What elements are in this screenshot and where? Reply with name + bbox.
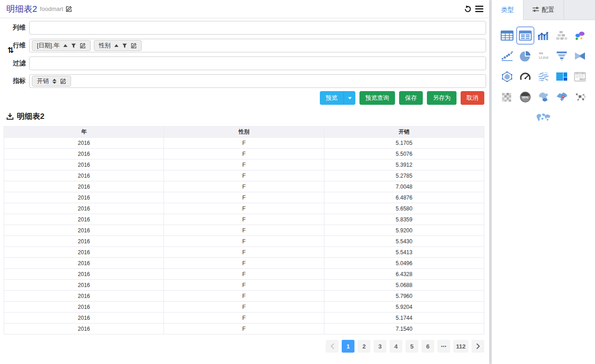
chart-type-word-cloud-icon[interactable] <box>535 68 552 85</box>
chip-label: 开销 <box>37 77 49 85</box>
column-header: 年 <box>4 127 164 138</box>
chart-type-funnel-icon[interactable] <box>554 48 570 64</box>
edit-icon[interactable] <box>60 78 66 84</box>
column-dimensions-dropzone[interactable] <box>29 21 486 35</box>
page-title: 明细表2 <box>6 3 37 15</box>
pagination-page-5[interactable]: 5 <box>405 340 418 353</box>
pagination-prev-button[interactable] <box>326 340 339 353</box>
tab-type[interactable]: 类型 <box>492 0 523 20</box>
table-cell: F <box>164 149 324 159</box>
pagination-ellipsis[interactable]: ⋯ <box>437 340 450 353</box>
preview-dropdown-button[interactable] <box>344 91 355 105</box>
menu-icon[interactable] <box>475 5 483 12</box>
table-cell: 5.3912 <box>324 159 484 170</box>
table-cell: 2016 <box>4 149 164 159</box>
chart-type-world-map-icon[interactable] <box>535 109 552 126</box>
chart-type-kpi-card-icon[interactable]: 12,816 <box>535 48 552 64</box>
chart-type-sankey-icon[interactable] <box>572 48 588 64</box>
pagination-page-112[interactable]: 112 <box>453 340 468 353</box>
chart-type-radar-icon[interactable] <box>499 68 515 85</box>
pagination-next-button[interactable] <box>472 340 484 353</box>
table-row: 2016F5.1744 <box>4 313 484 323</box>
chart-type-stacked-bar-icon[interactable] <box>554 27 570 44</box>
chart-type-china-map-icon[interactable] <box>554 89 570 105</box>
measures-row: 指标 开销 <box>0 74 486 88</box>
cancel-button[interactable]: 取消 <box>461 91 484 105</box>
table-cell: F <box>164 159 324 170</box>
table-cell: F <box>164 313 324 323</box>
edit-icon[interactable] <box>80 43 86 49</box>
measures-label: 指标 <box>0 77 29 85</box>
sort-asc-icon[interactable] <box>63 44 67 47</box>
result-title: 明细表2 <box>6 111 489 122</box>
tab-config[interactable]: 配置 <box>523 0 564 20</box>
save-as-button[interactable]: 另存为 <box>427 91 457 105</box>
sort-both-icon[interactable] <box>52 79 56 84</box>
table-cell: 5.9200 <box>324 225 484 236</box>
row-dimensions-label: 行维 <box>0 41 29 50</box>
chart-type-detail-table-icon[interactable] <box>517 27 533 44</box>
chart-type-heatmap-icon[interactable] <box>499 89 515 105</box>
table-cell: 5.8359 <box>324 214 484 225</box>
chart-type-table-icon[interactable] <box>499 27 515 44</box>
chart-type-relation-graph-icon[interactable] <box>572 89 588 105</box>
chart-type-area-map-icon[interactable] <box>535 89 552 105</box>
dimension-chip-gender[interactable]: 性别 <box>94 40 142 51</box>
filter-dropzone[interactable] <box>29 56 486 70</box>
table-cell: 7.1540 <box>324 323 484 334</box>
table-cell: 5.1705 <box>324 138 484 149</box>
pagination-page-4[interactable]: 4 <box>390 340 402 353</box>
filter-icon[interactable] <box>122 43 127 48</box>
chart-type-gauge-icon[interactable] <box>517 68 533 85</box>
row-dimensions-row: 行维 [日期].年 性别 <box>0 39 486 52</box>
refresh-icon[interactable] <box>463 5 472 13</box>
chart-type-treemap-icon[interactable] <box>554 68 570 85</box>
swap-axes-icon[interactable]: ⇅ <box>7 46 14 54</box>
table-cell: 2016 <box>4 313 164 323</box>
measure-chip-expense[interactable]: 开销 <box>32 76 71 87</box>
row-dimensions-dropzone[interactable]: [日期].年 性别 <box>29 39 486 52</box>
preview-query-button[interactable]: 预览查询 <box>359 91 395 105</box>
download-icon[interactable] <box>6 113 14 120</box>
chart-type-scatter-icon[interactable] <box>499 48 515 64</box>
preview-button[interactable]: 预览 <box>320 91 344 105</box>
table-cell: 5.6580 <box>324 203 484 214</box>
edit-icon[interactable] <box>131 43 137 49</box>
table-header-row: 年性别开销 <box>4 127 484 138</box>
chart-type-bar-line-icon[interactable] <box>535 27 552 44</box>
table-row: 2016F6.4876 <box>4 192 484 203</box>
dimension-chip-date-year[interactable]: [日期].年 <box>32 40 91 51</box>
action-toolbar: 预览 预览查询 保存 另存为 取消 <box>0 91 489 105</box>
table-row: 2016F5.6580 <box>4 203 484 214</box>
sort-asc-icon[interactable] <box>114 44 118 47</box>
chart-type-sidebar: 类型 配置 <box>492 0 595 364</box>
pagination-page-2[interactable]: 2 <box>358 340 370 353</box>
table-cell: 2016 <box>4 323 164 334</box>
measures-dropzone[interactable]: 开销 <box>29 74 486 88</box>
table-cell: 5.7960 <box>324 291 484 302</box>
table-cell: F <box>164 269 324 280</box>
save-button[interactable]: 保存 <box>399 91 423 105</box>
chart-type-calendar-icon[interactable]: 2017 <box>572 68 588 85</box>
chart-type-pie-icon[interactable] <box>517 48 533 64</box>
column-dimensions-row: 列维 <box>0 21 486 35</box>
pagination-page-6[interactable]: 6 <box>421 340 434 353</box>
svg-text:2017: 2017 <box>580 78 585 81</box>
chart-type-bubble-icon[interactable] <box>572 27 588 44</box>
chart-type-panel: 12,816 2017 <box>492 20 595 364</box>
table-row: 2016F5.8359 <box>4 214 484 225</box>
filter-icon[interactable] <box>71 43 76 48</box>
pagination-page-1[interactable]: 1 <box>342 340 354 353</box>
chart-type-liquid-fill-icon[interactable]: 65% <box>517 89 533 105</box>
table-cell: 2016 <box>4 302 164 313</box>
table-cell: 2016 <box>4 159 164 170</box>
sidebar-tabs: 类型 配置 <box>492 0 595 20</box>
app-header: 明细表2 foodmart <box>0 0 489 18</box>
table-cell: 5.2785 <box>324 170 484 181</box>
table-cell: F <box>164 203 324 214</box>
table-cell: 2016 <box>4 269 164 280</box>
pagination: 123456⋯112 <box>0 340 484 353</box>
edit-title-icon[interactable] <box>66 6 72 12</box>
main-scrollbar-thumb[interactable] <box>489 0 492 364</box>
pagination-page-3[interactable]: 3 <box>374 340 386 353</box>
